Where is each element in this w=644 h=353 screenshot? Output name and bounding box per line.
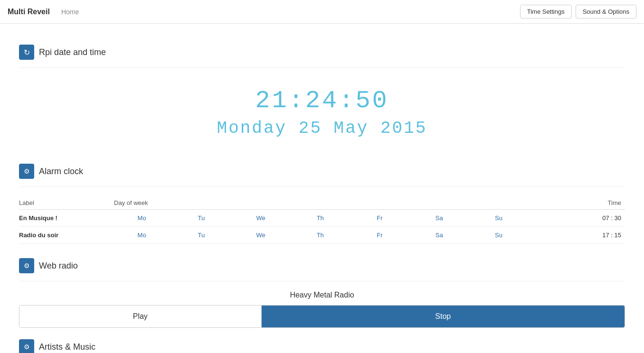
main-content: Rpi date and time 21:24:50 Monday 25 May… xyxy=(0,24,644,353)
alarm-day: Mo xyxy=(114,227,173,244)
alarm-section-title: Alarm clock xyxy=(39,167,83,176)
rpi-icon xyxy=(19,45,34,60)
alarm-table: Label Day of week Time En Musique !MoTuW… xyxy=(19,196,625,244)
webradio-divider xyxy=(19,281,625,281)
sound-options-button[interactable]: Sound & Options xyxy=(576,5,636,19)
alarm-label: En Musique ! xyxy=(19,210,114,227)
alarm-day: We xyxy=(233,227,292,244)
clock-time: 21:24:50 xyxy=(19,87,625,115)
alarm-section-header: Alarm clock xyxy=(19,164,625,179)
alarm-day: Mo xyxy=(114,210,173,227)
alarm-divider xyxy=(19,186,625,187)
rpi-section-header: Rpi date and time xyxy=(19,45,625,60)
clock-date: Monday 25 May 2015 xyxy=(19,119,625,138)
app-brand: Multi Reveil xyxy=(8,8,50,16)
alarm-day: Tu xyxy=(173,210,233,227)
navbar-right: Time Settings Sound & Options xyxy=(520,5,636,19)
music-section-header: Artists & Music xyxy=(19,339,625,353)
webradio-section-header: Web radio xyxy=(19,258,625,273)
gear-icon-music xyxy=(24,343,30,351)
col-time-header: Time xyxy=(530,196,625,210)
alarm-day: Fr xyxy=(352,210,411,227)
alarm-day: Th xyxy=(293,210,352,227)
rpi-section-title: Rpi date and time xyxy=(39,47,106,57)
navbar: Multi Reveil Home Time Settings Sound & … xyxy=(0,0,644,24)
col-day-header: Day of week xyxy=(114,196,530,210)
refresh-icon xyxy=(24,48,30,57)
alarm-day: Tu xyxy=(173,227,233,244)
webradio-controls: Play Stop xyxy=(19,305,625,328)
alarm-day: Th xyxy=(293,227,352,244)
alarm-day: We xyxy=(233,210,292,227)
alarm-row: Radio du soirMoTuWeThFrSaSu17 : 15 xyxy=(19,227,625,244)
alarm-icon xyxy=(19,164,34,179)
alarm-row: En Musique !MoTuWeThFrSaSu07 : 30 xyxy=(19,210,625,227)
current-radio-name: Heavy Metal Radio xyxy=(19,291,625,299)
clock-container: 21:24:50 Monday 25 May 2015 xyxy=(19,77,625,152)
alarm-time: 17 : 15 xyxy=(530,227,625,244)
gear-icon-webradio xyxy=(24,262,30,269)
alarm-time: 07 : 30 xyxy=(530,210,625,227)
webradio-play-button[interactable]: Play xyxy=(19,306,262,327)
navbar-left: Multi Reveil Home xyxy=(8,8,79,16)
alarm-day: Su xyxy=(471,210,530,227)
time-settings-button[interactable]: Time Settings xyxy=(520,5,572,19)
webradio-section-title: Web radio xyxy=(39,261,78,271)
col-label-header: Label xyxy=(19,196,114,210)
alarm-day: Sa xyxy=(411,227,471,244)
alarm-day: Su xyxy=(471,227,530,244)
gear-icon-alarm xyxy=(24,167,30,175)
webradio-stop-button[interactable]: Stop xyxy=(262,306,625,327)
music-icon xyxy=(19,339,34,353)
alarm-day: Fr xyxy=(352,227,411,244)
webradio-icon xyxy=(19,258,34,273)
music-section-title: Artists & Music xyxy=(39,342,95,352)
alarm-day: Sa xyxy=(411,210,471,227)
alarm-label: Radio du soir xyxy=(19,227,114,244)
rpi-divider xyxy=(19,67,625,68)
nav-home-link[interactable]: Home xyxy=(61,8,79,16)
